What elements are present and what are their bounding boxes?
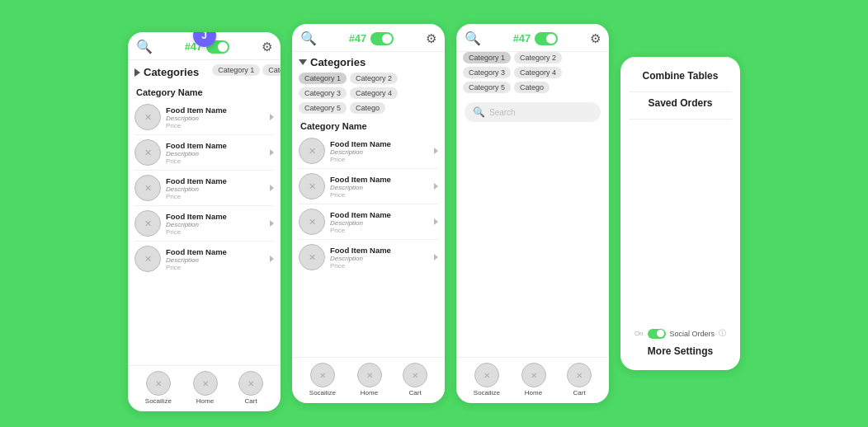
nav-home-label-2: Home (361, 389, 378, 396)
food-desc-2-1: Description (330, 148, 429, 156)
chip-3-2[interactable]: Category 2 (514, 52, 562, 63)
category-chips-collapsed-1: Category 1 Cate (205, 64, 281, 80)
panel-spacer (629, 124, 732, 328)
food-desc-1-5: Description (166, 256, 265, 264)
category-label-2: Category Name (292, 118, 445, 134)
header-center-3: #47 (513, 32, 559, 45)
gear-icon-3[interactable]: ⚙ (590, 31, 601, 46)
category-chips-3: Category 1 Category 2 Category 3 Categor… (456, 52, 609, 97)
search-bar-3[interactable]: 🔍 Search (465, 102, 601, 122)
food-details-2-4: Food Item Name Description Price (330, 246, 429, 270)
nav-home-label-1: Home (196, 397, 214, 405)
saved-orders-title[interactable]: Saved Orders (629, 97, 732, 109)
chip-3-3[interactable]: Category 3 (463, 67, 511, 78)
food-arrow-2-2 (434, 183, 438, 190)
chip-2-6[interactable]: Catego (350, 102, 385, 114)
food-details-2-1: Food Item Name Description Price (330, 139, 429, 163)
toggle-2[interactable] (370, 32, 394, 45)
food-item-1-2[interactable]: Food Item Name Description Price (134, 135, 274, 171)
search-icon-1[interactable]: 🔍 (136, 39, 153, 54)
food-desc-2-2: Description (330, 184, 429, 191)
nav-home-2[interactable]: Home (357, 363, 382, 396)
social-orders-toggle[interactable] (648, 329, 666, 339)
toggle-3[interactable] (535, 32, 558, 45)
nav-home-1[interactable]: Home (193, 371, 218, 405)
food-item-2-4[interactable]: Food Item Name Description Price (299, 240, 438, 274)
nav-socailize-3[interactable]: Socailize (474, 363, 500, 396)
chip-2-3[interactable]: Category 3 (299, 87, 347, 99)
info-icon: ⓘ (719, 328, 726, 339)
food-item-2-3[interactable]: Food Item Name Description Price (299, 204, 438, 240)
phone-frame-3: 🔍 #47 ⚙ Category 1 Category 2 Category 3… (456, 24, 609, 403)
more-settings-label[interactable]: More Settings (629, 345, 732, 357)
gear-icon-2[interactable]: ⚙ (426, 31, 436, 46)
order-number-3: #47 (513, 32, 531, 45)
chip-3-5[interactable]: Category 5 (463, 82, 511, 93)
collapse-icon-2[interactable] (299, 59, 307, 65)
food-list-2: Food Item Name Description Price Food It… (292, 134, 445, 357)
combine-tables-title[interactable]: Combine Tables (629, 70, 732, 82)
bottom-nav-1: Socailize Home Cart (128, 365, 281, 411)
food-img-1-1 (134, 104, 161, 130)
food-details-1-4: Food Item Name Description Price (166, 212, 265, 236)
food-name-1-2: Food Item Name (166, 141, 265, 150)
food-item-1-5[interactable]: Food Item Name Description Price (134, 242, 274, 276)
chip-3-1[interactable]: Category 1 (463, 52, 511, 63)
food-desc-1-2: Description (166, 150, 265, 157)
nav-socailize-2[interactable]: Socailize (309, 363, 336, 396)
right-panel: Combine Tables Saved Orders On Social Or… (620, 57, 740, 370)
nav-cart-2[interactable]: Cart (403, 363, 427, 396)
chip-2-4[interactable]: Category 4 (350, 87, 398, 99)
chip-1-2[interactable]: Cate (262, 64, 281, 76)
food-arrow-1-1 (270, 114, 274, 120)
food-item-2-2[interactable]: Food Item Name Description Price (299, 169, 438, 204)
food-name-2-3: Food Item Name (330, 210, 429, 219)
header-center-2: #47 (349, 32, 394, 45)
gear-icon-1[interactable]: ⚙ (262, 40, 272, 54)
food-arrow-2-4 (434, 254, 438, 260)
chip-2-5[interactable]: Category 5 (299, 102, 347, 114)
nav-cart-icon-3 (567, 363, 592, 387)
header-3: 🔍 #47 ⚙ (456, 24, 609, 52)
food-list-1: Food Item Name Description Price Food It… (128, 100, 281, 365)
nav-socailize-label-2: Socailize (309, 389, 336, 396)
food-item-1-1[interactable]: Food Item Name Description Price (134, 100, 274, 135)
food-img-1-5 (134, 246, 161, 272)
chip-1-1[interactable]: Category 1 (212, 64, 260, 76)
social-orders-label: Social Orders (670, 330, 715, 338)
nav-cart-icon-1 (238, 371, 263, 396)
order-number-2: #47 (349, 32, 367, 45)
chip-2-2[interactable]: Category 2 (350, 73, 398, 84)
phone-frame-1: J 🔍 #47 ⚙ Categories Category 1 Cate Cat… (128, 32, 281, 411)
nav-cart-1[interactable]: Cart (238, 371, 263, 405)
categories-title-2: Categories (310, 56, 366, 68)
nav-socailize-label-1: Socailize (145, 397, 172, 405)
nav-cart-3[interactable]: Cart (567, 363, 592, 396)
search-icon-2[interactable]: 🔍 (300, 30, 317, 46)
expand-icon-1[interactable] (134, 68, 140, 77)
food-arrow-1-4 (270, 220, 274, 227)
food-details-2-3: Food Item Name Description Price (330, 210, 429, 234)
chip-3-4[interactable]: Category 4 (514, 67, 562, 78)
bottom-nav-3: Socailize Home Cart (456, 357, 609, 403)
category-chips-2: Category 1 Category 2 Category 3 Categor… (292, 73, 445, 118)
food-details-1-5: Food Item Name Description Price (166, 247, 265, 271)
food-price-1-1: Price (166, 122, 265, 129)
food-img-2-2 (299, 173, 325, 199)
chip-2-1[interactable]: Category 1 (299, 73, 347, 84)
food-item-1-4[interactable]: Food Item Name Description Price (134, 206, 274, 242)
food-name-1-4: Food Item Name (166, 212, 265, 221)
food-item-2-1[interactable]: Food Item Name Description Price (299, 134, 438, 169)
nav-home-3[interactable]: Home (521, 363, 546, 396)
food-details-1-2: Food Item Name Description Price (166, 141, 265, 165)
nav-socailize-icon-2 (310, 363, 335, 387)
chip-3-6[interactable]: Catego (514, 82, 550, 93)
food-item-1-3[interactable]: Food Item Name Description Price (134, 171, 274, 206)
food-name-1-5: Food Item Name (166, 247, 265, 256)
food-img-2-4 (299, 244, 325, 270)
nav-socailize-1[interactable]: Socailize (145, 371, 172, 405)
search-icon-3[interactable]: 🔍 (465, 30, 481, 46)
food-desc-1-1: Description (166, 115, 265, 122)
food-price-2-4: Price (330, 262, 429, 270)
food-price-1-5: Price (166, 264, 265, 271)
